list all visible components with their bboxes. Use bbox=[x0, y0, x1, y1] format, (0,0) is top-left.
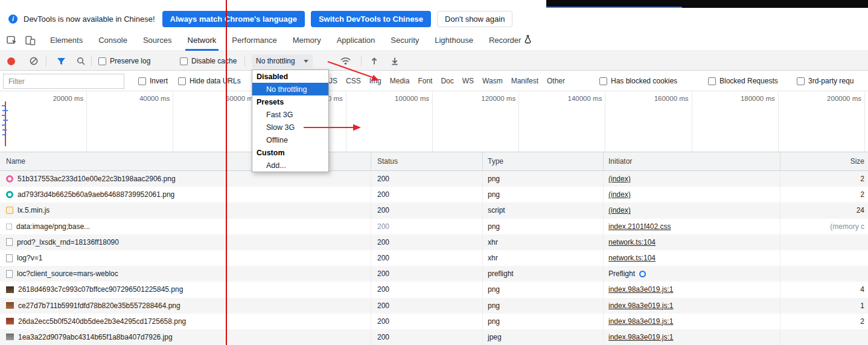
table-row[interactable]: lx.5.min.js200script(index)24 bbox=[0, 202, 868, 218]
match-chrome-language-button[interactable]: Always match Chrome's language bbox=[162, 11, 305, 27]
third-party-requests-checkbox[interactable]: 3rd-party requ bbox=[797, 71, 854, 91]
table-row[interactable]: data:image/png;base...200pngindex.2101f4… bbox=[0, 219, 868, 234]
throttling-select[interactable]: No throttling bbox=[252, 54, 313, 68]
waterfall-mark bbox=[2, 105, 6, 106]
initiator-link[interactable]: index.2101f402.css bbox=[608, 222, 671, 231]
table-row[interactable]: 1ea3a22d9079abc4314b65f1a8ba407d7926.jpg… bbox=[0, 329, 868, 345]
column-header-type[interactable]: Type bbox=[483, 152, 604, 170]
type-cell: xhr bbox=[483, 250, 604, 266]
table-row[interactable]: 2618d4693c7c993c07bffcec907296501225845.… bbox=[0, 282, 868, 297]
has-blocked-cookies-label: Has blocked cookies bbox=[611, 77, 677, 85]
name-cell: 26da2ecc5b0f5240db5dee2b3e4295cd1725658.… bbox=[0, 314, 371, 329]
devtools-tabbar: ElementsConsoleSourcesNetworkPerformance… bbox=[0, 30, 868, 51]
column-header-initiator[interactable]: Initiator bbox=[604, 152, 780, 170]
initiator-link[interactable]: (index) bbox=[608, 190, 631, 199]
initiator-link[interactable]: index.98a3e019.js:1 bbox=[608, 285, 673, 294]
tab-recorder[interactable]: Recorder bbox=[481, 30, 540, 51]
filter-chip-font[interactable]: Font bbox=[418, 77, 432, 85]
resource-type-filters: JSCSSImgMediaFontDocWSWasmManifestOther bbox=[329, 71, 565, 91]
table-row[interactable]: ce27d7b711b5991fdfd78b820e35b557288464.p… bbox=[0, 298, 868, 314]
import-har-icon[interactable] bbox=[367, 52, 381, 70]
timeline-strip[interactable]: 20000 ms40000 ms60000 ms80000 ms100000 m… bbox=[0, 92, 868, 152]
table-row[interactable]: prod?_lxsdk_rnd=18136ff18090200xhrnetwor… bbox=[0, 234, 868, 250]
tab-sources[interactable]: Sources bbox=[135, 30, 180, 51]
doc-icon bbox=[6, 270, 13, 278]
initiator-link[interactable]: network.ts:104 bbox=[608, 238, 656, 247]
tab-lighthouse[interactable]: Lighthouse bbox=[427, 30, 481, 51]
throttling-option-fast-3g[interactable]: Fast 3G bbox=[252, 108, 328, 121]
disable-cache-checkbox[interactable]: Disable cache bbox=[180, 52, 237, 70]
filter-input[interactable] bbox=[3, 74, 124, 89]
table-row[interactable]: 51b317553ac233d10e00e22c3b198aac2906.png… bbox=[0, 171, 868, 187]
filter-chip-manifest[interactable]: Manifest bbox=[511, 77, 538, 85]
timeline-gridline bbox=[605, 92, 605, 152]
throttling-option-offline[interactable]: Offline bbox=[252, 134, 328, 146]
dont-show-again-button[interactable]: Don't show again bbox=[437, 11, 512, 27]
name-cell: 1ea3a22d9079abc4314b65f1a8ba407d7926.jpg bbox=[0, 329, 371, 345]
timeline-label: 140000 ms bbox=[546, 95, 602, 102]
preserve-log-label: Preserve log bbox=[110, 57, 150, 65]
tab-security[interactable]: Security bbox=[383, 30, 427, 51]
initiator-text: Preflight bbox=[608, 269, 635, 278]
initiator-cell: index.2101f402.css bbox=[604, 219, 780, 234]
request-name: 26da2ecc5b0f5240db5dee2b3e4295cd1725658.… bbox=[18, 317, 186, 326]
throttling-option-slow-3g[interactable]: Slow 3G bbox=[252, 121, 328, 134]
blocked-requests-checkbox[interactable]: Blocked Requests bbox=[708, 71, 778, 91]
initiator-link[interactable]: (index) bbox=[608, 206, 631, 214]
tab-memory[interactable]: Memory bbox=[285, 30, 329, 51]
column-header-status[interactable]: Status bbox=[371, 152, 483, 170]
switch-devtools-chinese-button[interactable]: Switch DevTools to Chinese bbox=[311, 11, 431, 27]
table-row[interactable]: ad793f3d4b6625b60a9aeb64688739952061.png… bbox=[0, 187, 868, 202]
name-cell: lx.5.min.js bbox=[0, 202, 371, 218]
timeline-label: 180000 ms bbox=[720, 95, 775, 102]
timeline-gridline bbox=[519, 92, 519, 152]
inspect-element-icon[interactable] bbox=[5, 33, 19, 48]
initiator-link[interactable]: network.ts:104 bbox=[608, 254, 656, 262]
filter-chip-doc[interactable]: Doc bbox=[441, 77, 453, 85]
tab-console[interactable]: Console bbox=[91, 30, 135, 51]
tab-network[interactable]: Network bbox=[180, 30, 225, 51]
filter-chip-media[interactable]: Media bbox=[390, 77, 410, 85]
table-row[interactable]: log?v=1200xhrnetwork.ts:104 bbox=[0, 250, 868, 266]
has-blocked-cookies-checkbox[interactable]: Has blocked cookies bbox=[599, 71, 677, 91]
hide-data-urls-checkbox[interactable]: Hide data URLs bbox=[178, 71, 241, 91]
filter-chip-css[interactable]: CSS bbox=[346, 77, 361, 85]
size-cell: 2 bbox=[780, 314, 868, 329]
status-cell: 200 bbox=[371, 298, 483, 314]
disable-cache-label: Disable cache bbox=[191, 57, 237, 65]
tab-label: Memory bbox=[293, 36, 321, 45]
throttling-option-no-throttling[interactable]: No throttling bbox=[252, 83, 328, 95]
status-cell: 200 bbox=[371, 314, 483, 329]
filter-chip-ws[interactable]: WS bbox=[462, 77, 474, 85]
network-conditions-icon[interactable] bbox=[338, 52, 353, 70]
tab-elements[interactable]: Elements bbox=[42, 30, 91, 51]
table-row[interactable]: 26da2ecc5b0f5240db5dee2b3e4295cd1725658.… bbox=[0, 314, 868, 329]
initiator-link[interactable]: index.98a3e019.js:1 bbox=[608, 317, 673, 326]
filter-chip-js[interactable]: JS bbox=[329, 77, 337, 85]
invert-checkbox[interactable]: Invert bbox=[138, 71, 168, 91]
filter-chip-img[interactable]: Img bbox=[369, 77, 381, 85]
tab-label: Security bbox=[391, 36, 419, 45]
type-cell: png bbox=[483, 282, 604, 297]
record-button[interactable] bbox=[7, 57, 15, 65]
initiator-link[interactable]: index.98a3e019.js:1 bbox=[608, 333, 673, 341]
throttling-option-add-[interactable]: Add... bbox=[252, 159, 328, 172]
device-toolbar-icon[interactable] bbox=[23, 33, 37, 48]
status-cell: 200 bbox=[371, 282, 483, 297]
search-icon[interactable] bbox=[74, 52, 88, 70]
column-header-size[interactable]: Size bbox=[780, 152, 868, 170]
clear-icon[interactable] bbox=[27, 52, 41, 70]
initiator-link[interactable]: (index) bbox=[608, 175, 631, 183]
filter-chip-wasm[interactable]: Wasm bbox=[482, 77, 503, 85]
filter-icon[interactable] bbox=[54, 52, 68, 70]
export-har-icon[interactable] bbox=[388, 52, 402, 70]
filter-chip-other[interactable]: Other bbox=[547, 77, 565, 85]
table-row[interactable]: loc?client_source=mars-webloc200prefligh… bbox=[0, 266, 868, 282]
tab-application[interactable]: Application bbox=[329, 30, 383, 51]
size-cell: 2 bbox=[780, 187, 868, 202]
tab-performance[interactable]: Performance bbox=[224, 30, 284, 51]
request-name: data:image/png;base... bbox=[16, 222, 90, 231]
table-header: NameStatusTypeInitiatorSize bbox=[0, 152, 868, 171]
initiator-link[interactable]: index.98a3e019.js:1 bbox=[608, 301, 673, 310]
preserve-log-checkbox[interactable]: Preserve log bbox=[98, 52, 150, 70]
